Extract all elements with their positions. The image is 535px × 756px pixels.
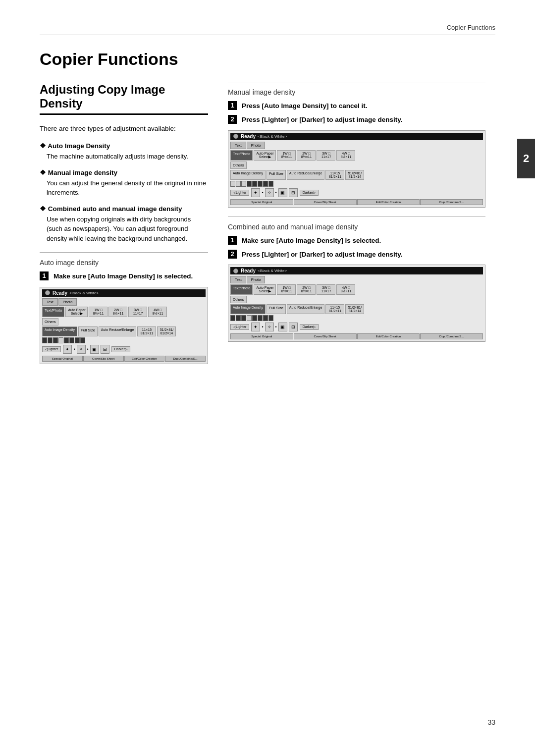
icon-2: ✧: [77, 345, 86, 354]
manual-icon-4: ⊟: [289, 188, 298, 197]
icon-4: ⊟: [101, 345, 109, 354]
icon-1: ✦: [63, 345, 72, 354]
comb-icon-3: ▣: [278, 323, 287, 331]
comb-icon-1: ✦: [251, 323, 260, 331]
manual-darker-btn[interactable]: Darker▷: [300, 190, 319, 196]
comb-tab-photo[interactable]: Photo: [247, 276, 266, 283]
paper-size-1w: 1W □8½×11: [89, 307, 107, 317]
manual-tab-photo[interactable]: Photo: [247, 142, 266, 149]
size-51: 51/2×81/81/2×14: [157, 326, 176, 336]
auto-paper-select[interactable]: Auto PaperSelect▶: [65, 307, 88, 317]
manual-size-3w: 3W □11×17: [317, 150, 335, 161]
manual-11x15: 11×1581/2×11: [325, 170, 344, 180]
page-header: Copier Functions: [447, 24, 495, 31]
page-title: Copier Functions: [40, 50, 485, 69]
bullet-auto-header: Auto Image Density: [40, 142, 208, 150]
manual-icon-1: ✦: [251, 188, 260, 197]
paper-size-2w: 2W □8½×11: [108, 307, 127, 317]
manual-special[interactable]: Special Original: [230, 199, 293, 205]
edit-color-btn[interactable]: Edit/Color Creation: [124, 356, 165, 362]
manual-auto-reduce[interactable]: Auto Reduce/Enlarge: [287, 170, 325, 180]
darker-btn[interactable]: Darker▷: [111, 346, 130, 352]
machine-ui-combined: Ready <Black & White> Text Photo Text/Ph…: [228, 265, 485, 342]
manual-step1-num: 1: [228, 101, 237, 110]
manual-cover[interactable]: Cover/Slip Sheet: [294, 199, 357, 205]
combined-section-label: Combined auto and manual image density: [228, 223, 485, 231]
manual-51: 51/2×81/81/2×14: [345, 170, 364, 180]
bullet-manual-body: You can adjust the general density of th…: [47, 178, 208, 198]
manual-edit[interactable]: Edit/Color Creation: [357, 199, 420, 205]
combined-divider: [228, 216, 485, 217]
tab-text[interactable]: Text: [42, 298, 58, 306]
dup-combine-btn[interactable]: Dup./Combine/S...: [165, 356, 206, 362]
paper-size-4w: 4W □8½×11: [148, 307, 167, 317]
auto-step1-num: 1: [40, 271, 49, 280]
manual-auto-img-density[interactable]: Auto Image Density: [230, 170, 266, 180]
bullet-manual-header: Manual image density: [40, 168, 208, 176]
manual-size-4w: 4W □8½×11: [336, 150, 355, 161]
comb-dup[interactable]: Dup./Combine/S...: [420, 333, 483, 339]
manual-step1-text: Press [Auto Image Density] to cancel it.: [242, 101, 368, 111]
chapter-tab: 2: [517, 139, 535, 178]
special-original-btn[interactable]: Special Original: [42, 356, 83, 362]
manual-lighter-btn[interactable]: ◁Lighter: [230, 190, 249, 196]
auto-section-label: Auto image density: [40, 259, 208, 267]
auto-step1-text: Make sure [Auto Image Density] is select…: [54, 271, 193, 281]
comb-text-photo[interactable]: Text/Photo: [230, 284, 253, 295]
bullet-combined: Combined auto and manual image density U…: [40, 205, 208, 244]
comb-auto-reduce[interactable]: Auto Reduce/Enlarge: [287, 304, 325, 314]
lighter-btn[interactable]: ◁Lighter: [42, 346, 61, 352]
cover-slip-sheet-btn[interactable]: Cover/Slip Sheet: [83, 356, 124, 362]
manual-section-label: Manual image density: [228, 88, 485, 96]
comb-auto-paper[interactable]: Auto PaperSelect▶: [254, 284, 276, 295]
header-line: [40, 35, 495, 35]
manual-icon-3: ▣: [278, 188, 287, 197]
paper-size-3w: 3W □11×17: [128, 307, 147, 317]
comb-icon-4: ⊟: [289, 323, 298, 331]
comb-others[interactable]: Others: [230, 296, 247, 303]
comb-11x15: 11×1581/2×11: [325, 304, 344, 314]
comb-special[interactable]: Special Original: [230, 333, 293, 339]
combined-step2-text: Press [Lighter] or [Darker] to adjust im…: [242, 250, 403, 260]
comb-cover[interactable]: Cover/Slip Sheet: [294, 333, 357, 339]
size-11x15: 11×1581/2×11: [137, 326, 156, 336]
tab-text-photo[interactable]: Text/Photo: [42, 307, 64, 317]
manual-tab-text-photo[interactable]: Text/Photo: [230, 150, 253, 161]
auto-image-density-btn[interactable]: Auto Image Density: [42, 326, 77, 336]
comb-edit[interactable]: Edit/Color Creation: [357, 333, 420, 339]
right-top-divider: [228, 83, 485, 83]
comb-size-3w: 3W □11×17: [317, 284, 335, 295]
intro-text: There are three types of adjustment avai…: [40, 124, 208, 134]
manual-others[interactable]: Others: [230, 162, 247, 169]
comb-full-size[interactable]: Full Size: [267, 304, 286, 314]
auto-reduce-enlarge-btn[interactable]: Auto Reduce/Enlarge: [99, 326, 137, 336]
manual-tab-text[interactable]: Text: [230, 142, 246, 149]
combined-step1-text: Make sure [Auto Image Density] is select…: [242, 236, 381, 246]
combined-step2-num: 2: [228, 250, 237, 259]
tab-others[interactable]: Others: [42, 318, 58, 325]
comb-icon-2: ✧: [265, 323, 274, 331]
manual-auto-paper[interactable]: Auto PaperSelect▶: [254, 150, 276, 161]
machine-ui-auto: Ready <Black & White> Text Photo Text/Ph…: [40, 287, 208, 364]
bullet-auto: Auto Image Density The machine automatic…: [40, 142, 208, 162]
comb-51: 51/2×81/81/2×14: [345, 304, 364, 314]
page-number: 33: [487, 718, 495, 726]
comb-size-4w: 4W □8½×11: [336, 284, 355, 295]
comb-size-1w: 1W □8½×11: [277, 284, 296, 295]
bullet-combined-header: Combined auto and manual image density: [40, 205, 208, 213]
manual-step2-text: Press [Lighter] or [Darker] to adjust im…: [242, 115, 403, 125]
machine-ui-manual: Ready <Black & White> Text Photo Text/Ph…: [228, 130, 485, 208]
full-size-btn[interactable]: Full Size: [78, 326, 98, 336]
comb-darker-btn[interactable]: Darker▷: [300, 324, 319, 330]
comb-lighter-btn[interactable]: ◁Lighter: [230, 324, 249, 330]
manual-size-1w: 1W □8½×11: [277, 150, 296, 161]
manual-dup[interactable]: Dup./Combine/S...: [420, 199, 483, 205]
manual-size-2w: 2W □8½×11: [297, 150, 316, 161]
manual-full-size[interactable]: Full Size: [267, 170, 286, 180]
comb-size-2w: 2W □8½×11: [297, 284, 316, 295]
bullet-auto-body: The machine automatically adjusts image …: [47, 152, 208, 162]
icon-3: ▣: [90, 345, 99, 354]
comb-auto-img[interactable]: Auto Image Density: [230, 304, 266, 314]
comb-tab-text[interactable]: Text: [230, 276, 246, 283]
tab-photo[interactable]: Photo: [58, 298, 77, 306]
